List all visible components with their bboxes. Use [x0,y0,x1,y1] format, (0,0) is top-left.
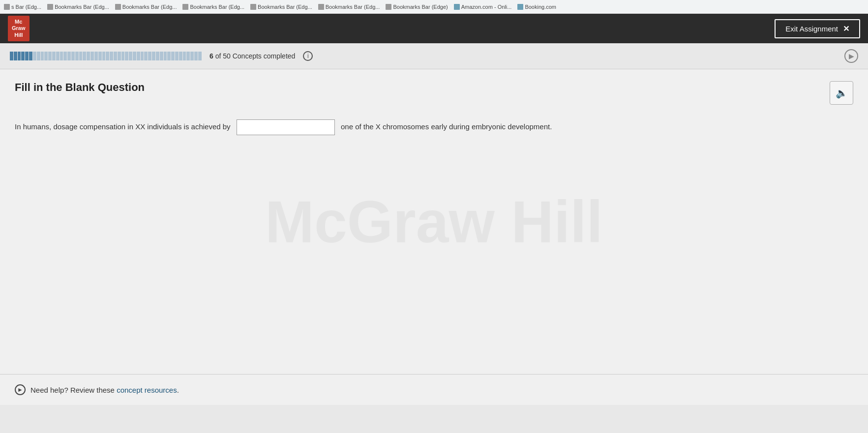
bookmark-item-2[interactable]: Bookmarks Bar (Edg... [47,4,109,10]
progress-segment-5 [25,52,29,60]
page-icon-amazon [454,4,460,10]
progress-segment-50 [198,52,202,60]
bookmark-item-booking[interactable]: Booking.com [517,4,556,10]
folder-icon-6 [318,4,324,10]
progress-segment-20 [83,52,86,60]
progress-segment-11 [48,52,52,60]
progress-segment-32 [129,52,132,60]
bookmark-item-1[interactable]: s Bar (Edg... [4,4,41,10]
progress-segment-44 [175,52,179,60]
bookmark-item-4[interactable]: Bookmarks Bar (Edg... [182,4,244,10]
mcgraw-hill-logo: Mc Graw Hill [8,16,30,41]
watermark: McGraw Hill [265,188,603,256]
bookmark-item-amazon[interactable]: Amazon.com - Onli... [454,4,512,10]
folder-icon-1 [4,4,10,10]
progress-segment-48 [190,52,194,60]
progress-segment-19 [79,52,83,60]
progress-segment-25 [102,52,106,60]
folder-icon-4 [182,4,188,10]
audio-icon: 🔈 [836,87,848,99]
folder-icon-3 [115,4,121,10]
app-header: Mc Graw Hill Exit Assignment ✕ [0,14,868,43]
bookmark-item-7[interactable]: Bookmarks Bar (Edge) [386,4,448,10]
progress-segment-24 [98,52,102,60]
progress-segment-6 [29,52,32,60]
help-text: Need help? Review these concept resource… [30,386,179,394]
folder-icon-5 [250,4,256,10]
progress-segment-27 [110,52,113,60]
bookmark-arrow-icon[interactable]: ▶ [844,49,858,63]
bookmarks-bar: s Bar (Edg... Bookmarks Bar (Edg... Book… [0,0,868,14]
progress-segment-7 [33,52,36,60]
progress-segments [10,52,202,60]
progress-segment-26 [106,52,109,60]
progress-bar [10,52,202,60]
progress-segment-30 [121,52,125,60]
progress-segment-13 [56,52,60,60]
progress-segment-40 [160,52,163,60]
progress-segment-15 [63,52,67,60]
progress-segment-14 [60,52,63,60]
page-icon-booking [517,4,523,10]
progress-segment-23 [94,52,98,60]
progress-segment-42 [167,52,171,60]
progress-segment-17 [71,52,75,60]
progress-segment-12 [52,52,56,60]
progress-segment-2 [14,52,17,60]
question-title: Fill in the Blank Question [15,81,145,94]
progress-segment-33 [133,52,136,60]
progress-segment-49 [194,52,198,60]
folder-icon-2 [47,4,53,10]
question-text-before: In humans, dosage compensation in XX ind… [15,122,231,131]
question-body: In humans, dosage compensation in XX ind… [15,119,853,135]
help-circle-icon: ► [15,384,26,395]
progress-section: 6 of 50 Concepts completed i ▶ [0,43,868,69]
progress-segment-3 [18,52,21,60]
bookmark-item-5[interactable]: Bookmarks Bar (Edg... [250,4,312,10]
bookmark-item-6[interactable]: Bookmarks Bar (Edg... [318,4,380,10]
audio-button[interactable]: 🔈 [830,81,853,105]
progress-segment-18 [75,52,79,60]
progress-segment-22 [90,52,94,60]
progress-segment-8 [37,52,40,60]
exit-assignment-button[interactable]: Exit Assignment ✕ [775,19,860,38]
progress-segment-36 [144,52,148,60]
question-text-after: one of the X chromosomes early during em… [341,122,552,131]
progress-segment-29 [118,52,121,60]
progress-current: 6 [210,52,213,60]
concept-resources-link[interactable]: concept resources [117,386,177,394]
progress-segment-31 [125,52,128,60]
progress-segment-43 [171,52,175,60]
bookmark-item-3[interactable]: Bookmarks Bar (Edg... [115,4,177,10]
exit-close-icon: ✕ [843,24,849,33]
folder-icon-7 [386,4,391,10]
fill-in-blank-input[interactable] [237,119,335,135]
help-section: ► Need help? Review these concept resour… [0,374,868,405]
progress-segment-21 [87,52,90,60]
progress-segment-35 [141,52,144,60]
info-icon[interactable]: i [303,51,313,61]
progress-segment-39 [156,52,159,60]
progress-text: 6 of 50 Concepts completed [210,52,295,60]
progress-segment-10 [44,52,48,60]
progress-segment-9 [41,52,44,60]
progress-segment-45 [179,52,182,60]
progress-segment-37 [148,52,151,60]
progress-segment-1 [10,52,13,60]
progress-segment-41 [164,52,167,60]
progress-segment-16 [67,52,71,60]
progress-segment-28 [114,52,117,60]
progress-segment-34 [137,52,140,60]
main-content: McGraw Hill Fill in the Blank Question 🔈… [0,69,868,374]
progress-segment-47 [186,52,190,60]
progress-segment-4 [21,52,25,60]
progress-segment-46 [183,52,186,60]
question-header: Fill in the Blank Question 🔈 [15,81,853,105]
progress-segment-38 [152,52,155,60]
